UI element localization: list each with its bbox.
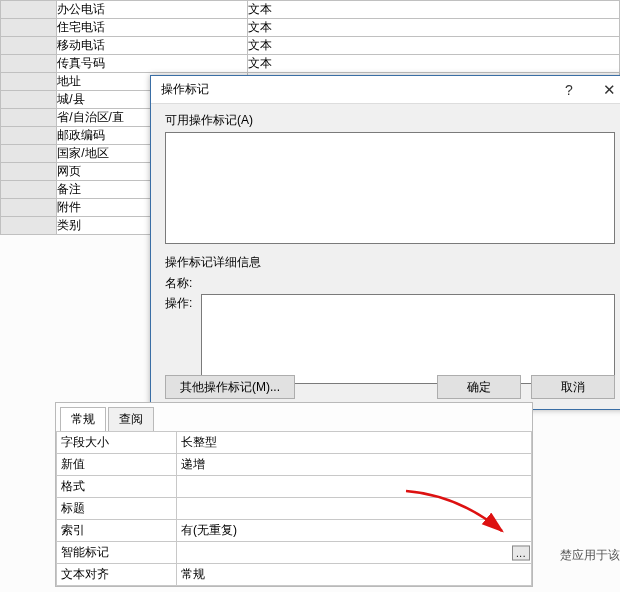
smart-tags-dialog: 操作标记 ? ✕ 可用操作标记(A) 操作标记详细信息 名称: 操作: 其他操作… xyxy=(150,75,620,410)
field-type[interactable]: 文本 xyxy=(248,55,620,73)
prop-name[interactable]: 智能标记 xyxy=(57,542,177,564)
field-name[interactable]: 传真号码 xyxy=(57,55,248,73)
ellipsis-picker-button[interactable]: ... xyxy=(512,545,530,560)
prop-value[interactable]: 有(无重复) xyxy=(177,520,532,542)
right-side-hint: 楚应用于该 xyxy=(560,547,620,564)
row-header[interactable] xyxy=(1,181,57,199)
prop-name[interactable]: 标题 xyxy=(57,498,177,520)
row-header[interactable] xyxy=(1,73,57,91)
available-tags-label: 可用操作标记(A) xyxy=(165,112,615,129)
available-tags-listbox[interactable] xyxy=(165,132,615,244)
row-header[interactable] xyxy=(1,55,57,73)
action-textarea[interactable] xyxy=(201,294,615,384)
other-tags-button[interactable]: 其他操作标记(M)... xyxy=(165,375,295,399)
prop-value[interactable]: 递增 xyxy=(177,454,532,476)
row-header[interactable] xyxy=(1,145,57,163)
prop-name[interactable]: 新值 xyxy=(57,454,177,476)
row-header[interactable] xyxy=(1,37,57,55)
tab-general[interactable]: 常规 xyxy=(60,407,106,431)
field-name[interactable]: 办公电话 xyxy=(57,1,248,19)
dialog-title: 操作标记 xyxy=(161,81,549,98)
dialog-body: 可用操作标记(A) 操作标记详细信息 名称: 操作: 其他操作标记(M)... … xyxy=(151,104,620,409)
tab-lookup[interactable]: 查阅 xyxy=(108,407,154,431)
prop-name[interactable]: 索引 xyxy=(57,520,177,542)
close-button[interactable]: ✕ xyxy=(589,76,620,104)
prop-name[interactable]: 文本对齐 xyxy=(57,564,177,586)
help-button[interactable]: ? xyxy=(549,76,589,104)
row-header[interactable] xyxy=(1,19,57,37)
prop-value[interactable] xyxy=(177,476,532,498)
prop-value[interactable]: 长整型 xyxy=(177,432,532,454)
row-header[interactable] xyxy=(1,91,57,109)
tag-detail-section: 操作标记详细信息 名称: 操作: xyxy=(165,254,615,384)
property-grid: 字段大小长整型 新值递增 格式 标题 索引有(无重复) 智能标记 ... 文本对… xyxy=(56,431,532,586)
tag-detail-label: 操作标记详细信息 xyxy=(165,254,615,271)
prop-name[interactable]: 格式 xyxy=(57,476,177,498)
cancel-button[interactable]: 取消 xyxy=(531,375,615,399)
row-header[interactable] xyxy=(1,199,57,217)
prop-value[interactable]: 常规 xyxy=(177,564,532,586)
field-name[interactable]: 住宅电话 xyxy=(57,19,248,37)
row-header[interactable] xyxy=(1,217,57,235)
dialog-titlebar[interactable]: 操作标记 ? ✕ xyxy=(151,76,620,104)
property-tabs: 常规 查阅 xyxy=(56,403,532,431)
prop-value[interactable] xyxy=(177,498,532,520)
dialog-button-row: 其他操作标记(M)... 确定 取消 xyxy=(165,375,615,399)
field-type[interactable]: 文本 xyxy=(248,37,620,55)
ok-button[interactable]: 确定 xyxy=(437,375,521,399)
field-type[interactable]: 文本 xyxy=(248,19,620,37)
name-label: 名称: xyxy=(165,274,201,292)
field-type[interactable]: 文本 xyxy=(248,1,620,19)
row-header[interactable] xyxy=(1,127,57,145)
prop-name[interactable]: 字段大小 xyxy=(57,432,177,454)
field-name[interactable]: 移动电话 xyxy=(57,37,248,55)
row-header[interactable] xyxy=(1,1,57,19)
prop-value-smart-tags[interactable]: ... xyxy=(177,542,532,564)
field-properties-panel: 常规 查阅 字段大小长整型 新值递增 格式 标题 索引有(无重复) 智能标记 .… xyxy=(55,402,533,587)
action-label: 操作: xyxy=(165,294,201,312)
row-header[interactable] xyxy=(1,109,57,127)
row-header[interactable] xyxy=(1,163,57,181)
